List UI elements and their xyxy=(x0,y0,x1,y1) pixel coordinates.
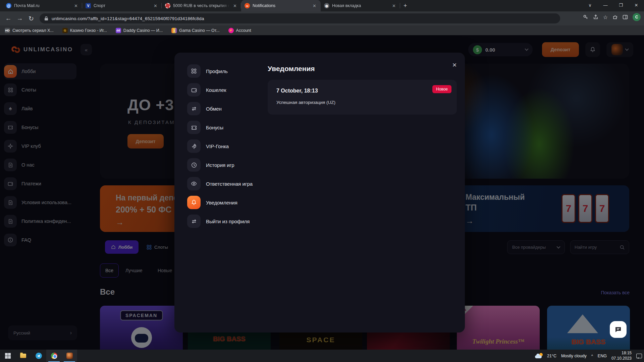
forward-button[interactable]: → xyxy=(14,15,25,22)
window-controls: ∨ — ❐ ✕ xyxy=(582,0,644,10)
notification-card[interactable]: 7 October, 18:13 Новое Успешная авториза… xyxy=(268,80,457,115)
menu-item-label: Уведомления xyxy=(206,200,237,205)
reload-button[interactable]: ↻ xyxy=(25,15,37,22)
menu-item-label: История игр xyxy=(206,162,234,168)
menu-item-label: Выйти из профиля xyxy=(206,219,250,224)
casino-chip-icon xyxy=(165,3,170,8)
windows-taskbar: 21°C Mostly cloudy ^ ENG 18:15 07.10.202… xyxy=(0,350,644,362)
bookmark-gonzo[interactable]: G Казино Гонзо - Иг... xyxy=(62,28,107,33)
menu-item-logout[interactable]: Выйти из профиля xyxy=(187,214,288,229)
browser-tab-mail[interactable]: @ Почта Mail.ru ✕ xyxy=(3,0,82,11)
bookmark-label: Казино Гонзо - Иг... xyxy=(70,28,107,33)
bookmark-account[interactable]: ⚡ Account xyxy=(228,28,251,33)
tab-close-icon[interactable]: ✕ xyxy=(312,3,317,8)
menu-item-bonuses[interactable]: Бонусы xyxy=(187,120,288,135)
chrome-button[interactable] xyxy=(46,350,62,362)
notifications-title: Уведомления xyxy=(268,65,315,73)
menu-item-responsible-gaming[interactable]: Ответственная игра xyxy=(187,176,288,191)
new-badge: Новое xyxy=(432,85,451,93)
file-explorer-button[interactable] xyxy=(15,350,31,362)
extensions-icon[interactable] xyxy=(612,14,618,20)
globe-icon: ◍ xyxy=(324,3,329,8)
profile-avatar[interactable]: C xyxy=(633,13,641,21)
hd-icon: HD xyxy=(5,28,10,33)
minimize-button[interactable]: — xyxy=(598,0,613,10)
tab-close-icon[interactable]: ✕ xyxy=(232,3,238,8)
windows-logo-icon xyxy=(5,353,11,359)
ticket-icon xyxy=(187,121,201,134)
profile-modal: ✕ Профиль Кошелек Обмен Бонусы VIP-Гонка… xyxy=(174,53,465,333)
tab-close-icon[interactable]: ✕ xyxy=(391,3,397,8)
browser-toolbar: ← → ↻ unlimcasino.com/?affb_id=121&stag=… xyxy=(0,11,644,25)
side-panel-icon[interactable] xyxy=(623,14,628,20)
modal-close-icon[interactable]: ✕ xyxy=(449,60,460,70)
menu-item-notifications[interactable]: Уведомления xyxy=(187,195,288,210)
tab-search-icon[interactable]: ∨ xyxy=(582,0,598,10)
new-tab-button[interactable]: + xyxy=(404,2,407,9)
start-button[interactable] xyxy=(0,350,15,362)
tab-title: Новая вкладка xyxy=(332,3,388,8)
menu-item-label: Бонусы xyxy=(206,125,223,130)
browser-tab-newtab[interactable]: ◍ Новая вкладка ✕ xyxy=(321,0,400,11)
exchange-icon xyxy=(187,102,201,115)
temperature[interactable]: 21°C xyxy=(547,354,556,358)
tab-title: Почта Mail.ru xyxy=(14,3,70,8)
bookmark-label: Account xyxy=(236,28,251,33)
bookmark-serial[interactable]: HD Смотреть сериал Х... xyxy=(5,28,54,33)
language-indicator[interactable]: ENG xyxy=(598,354,607,358)
maximize-button[interactable]: ❐ xyxy=(613,0,629,10)
bookmark-gama[interactable]: ) Gama Casino — От... xyxy=(171,28,219,33)
bookmark-star-icon[interactable]: ☆ xyxy=(603,14,608,20)
share-icon[interactable] xyxy=(593,14,598,20)
folder-icon xyxy=(20,354,26,358)
browser-tab-notifications[interactable]: ∞ Notifications ✕ xyxy=(241,0,321,11)
menu-item-label: Ответственная игра xyxy=(206,181,253,187)
tab-title: Notifications xyxy=(253,3,309,8)
pinned-app-button[interactable] xyxy=(62,350,77,362)
menu-item-label: VIP-Гонка xyxy=(206,143,229,149)
browser-tab-sport[interactable]: V Спорт ✕ xyxy=(82,0,162,11)
notification-date: 7 October, 18:13 xyxy=(276,88,318,94)
app-icon xyxy=(66,353,73,359)
eye-icon xyxy=(187,177,201,190)
menu-item-game-history[interactable]: История игр xyxy=(187,158,288,172)
daddy-icon: dd xyxy=(116,28,121,33)
wallet-icon xyxy=(187,83,201,97)
menu-item-label: Профиль xyxy=(206,68,228,74)
lock-icon xyxy=(44,16,48,21)
time: 18:15 xyxy=(611,351,632,356)
tray-chevron-icon[interactable]: ^ xyxy=(591,354,593,358)
mail-icon: @ xyxy=(6,3,11,8)
date: 07.10.2023 xyxy=(611,356,632,361)
notification-text: Успешная авторизация (UZ) xyxy=(276,100,335,105)
livechat-widget[interactable] xyxy=(610,321,627,338)
telegram-icon xyxy=(36,353,42,359)
bookmarks-bar: HD Смотреть сериал Х... G Казино Гонзо -… xyxy=(0,25,644,35)
tab-close-icon[interactable]: ✕ xyxy=(73,3,79,8)
tab-close-icon[interactable]: ✕ xyxy=(153,3,158,8)
menu-item-label: Обмен xyxy=(206,106,222,112)
close-button[interactable]: ✕ xyxy=(629,0,644,10)
menu-item-vip-race[interactable]: VIP-Гонка xyxy=(187,139,288,154)
rocket-icon xyxy=(187,139,201,153)
clock[interactable]: 18:15 07.10.2023 xyxy=(611,351,632,361)
bookmark-daddy[interactable]: dd Daddy Casino — И... xyxy=(116,28,163,33)
menu-item-label: Кошелек xyxy=(206,87,226,93)
address-bar[interactable]: unlimcasino.com/?affb_id=121&stag=64474_… xyxy=(40,13,560,23)
gonzo-icon: G xyxy=(62,28,68,33)
logout-icon xyxy=(187,215,201,228)
bolt-icon: ⚡ xyxy=(228,28,234,33)
chat-bubble-icon xyxy=(614,325,622,334)
browser-tab-5000rub[interactable]: 5000 RUB в честь открытия нов... ✕ xyxy=(162,0,241,11)
action-center-icon[interactable] xyxy=(636,354,642,358)
weather-condition[interactable]: Mostly cloudy xyxy=(561,354,587,358)
back-button[interactable]: ← xyxy=(3,15,14,22)
grid-icon xyxy=(187,64,201,78)
url-text: unlimcasino.com/?affb_id=121&stag=64474_… xyxy=(52,16,204,21)
casino-page: UNLIMCASINO « Лобби Слоты ♠ Лайв Бонусы … xyxy=(0,35,644,350)
telegram-button[interactable] xyxy=(31,350,46,362)
gama-icon: ) xyxy=(171,28,177,33)
weather-icon xyxy=(535,354,542,358)
password-key-icon[interactable] xyxy=(583,14,588,20)
tab-title: Спорт xyxy=(94,3,150,8)
